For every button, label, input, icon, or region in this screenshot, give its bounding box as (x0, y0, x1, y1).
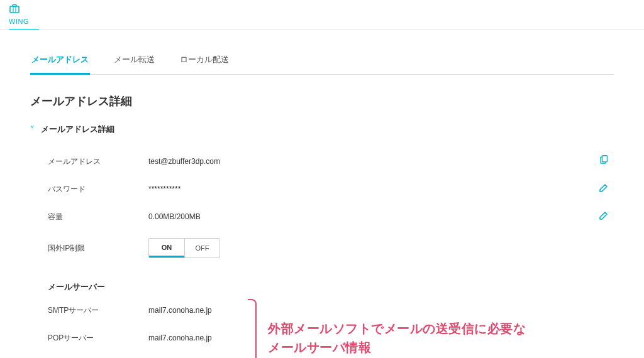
brand-bar: WING (0, 0, 644, 30)
brand-separator (0, 30, 644, 30)
row-email: メールアドレス test@zbuffer3dp.com (48, 148, 614, 175)
row-quota: 容量 0.00MB/200MB (48, 203, 614, 231)
row-password: パスワード *********** (48, 175, 614, 203)
tab-mail-address[interactable]: メールアドレス (30, 48, 90, 75)
details: メールアドレス test@zbuffer3dp.com パスワード ******… (30, 143, 614, 358)
page-title: メールアドレス詳細 (30, 94, 614, 109)
label-quota: 容量 (48, 212, 148, 222)
copy-icon[interactable] (599, 155, 609, 168)
tab-local-delivery[interactable]: ローカル配送 (179, 48, 230, 74)
section-toggle[interactable]: ˅ メールアドレス詳細 (30, 124, 614, 135)
annotation-bracket (248, 299, 257, 358)
svg-rect-0 (10, 6, 19, 13)
tab-mail-forward[interactable]: メール転送 (113, 48, 156, 74)
value-smtp: mail7.conoha.ne.jp (148, 306, 236, 315)
svg-rect-5 (602, 156, 608, 162)
row-pop: POPサーバー mail7.conoha.ne.jp (48, 324, 236, 352)
label-ip-restriction: 国外IP制限 (48, 243, 148, 254)
label-email: メールアドレス (48, 156, 148, 167)
section-title: メールアドレス詳細 (41, 124, 114, 135)
edit-password-icon[interactable] (599, 183, 609, 195)
toggle-on[interactable]: ON (149, 239, 184, 258)
brand-text: WING (9, 18, 29, 25)
row-imap: IMAPサーバー mail7.conoha.ne.jp (48, 352, 236, 358)
toggle-off[interactable]: OFF (184, 239, 219, 258)
value-password: *********** (148, 185, 180, 193)
mailserver-title: メールサーバー (48, 282, 614, 293)
brand-logo[interactable]: WING (9, 4, 635, 25)
chevron-down-icon: ˅ (30, 124, 35, 134)
label-smtp: SMTPサーバー (48, 305, 148, 316)
value-pop: mail7.conoha.ne.jp (148, 334, 236, 342)
annotation-line1: 外部メールソフトでメールの送受信に必要な (268, 319, 526, 338)
label-pop: POPサーバー (48, 333, 148, 344)
row-smtp: SMTPサーバー mail7.conoha.ne.jp (48, 296, 236, 324)
mailserver-area: SMTPサーバー mail7.conoha.ne.jp POPサーバー mail… (48, 296, 614, 358)
edit-quota-icon[interactable] (599, 210, 609, 223)
label-password: パスワード (48, 184, 148, 195)
tabs: メールアドレス メール転送 ローカル配送 (30, 48, 614, 75)
row-ip-restriction: 国外IP制限 ON OFF (48, 231, 614, 266)
suitcase-icon (9, 4, 20, 17)
value-quota: 0.00MB/200MB (148, 212, 201, 221)
toggle-ip-restriction: ON OFF (148, 238, 220, 258)
annotation-text: 外部メールソフトでメールの送受信に必要な メールサーバ情報 (268, 296, 526, 358)
value-email: test@zbuffer3dp.com (148, 157, 220, 166)
annotation-line2: メールサーバ情報 (268, 338, 526, 357)
